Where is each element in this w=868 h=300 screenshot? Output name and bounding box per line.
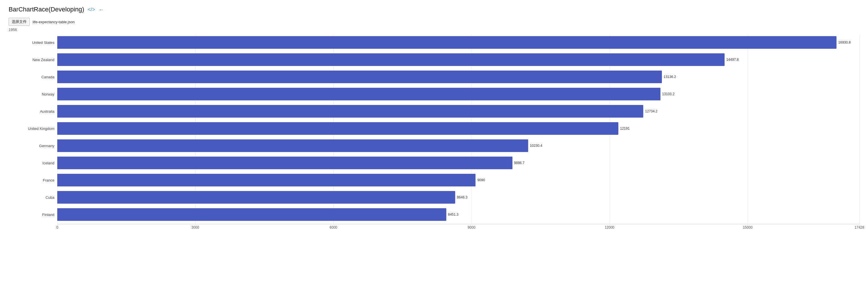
bar <box>57 71 662 83</box>
country-label: Australia <box>8 109 54 114</box>
bar-row: Germany10230.4 <box>57 138 860 154</box>
country-label: Canada <box>8 75 54 79</box>
bar <box>57 105 643 117</box>
bar-wrapper: 13136.2 <box>57 70 860 84</box>
x-tick-label: 12000 <box>605 225 614 229</box>
file-name-label: life-expectancy-table.json <box>33 20 75 24</box>
bar-row: France9090 <box>57 172 860 188</box>
bar-wrapper: 9886.7 <box>57 156 860 170</box>
back-arrow-icon[interactable]: ← <box>98 6 104 13</box>
country-label: France <box>8 178 54 183</box>
x-tick-label: 6000 <box>330 225 337 229</box>
bar-wrapper: 14497.8 <box>57 53 860 66</box>
bar-wrapper: 10230.4 <box>57 139 860 153</box>
bar-row: Canada13136.2 <box>57 69 860 85</box>
country-label: New Zealand <box>8 58 54 62</box>
bar <box>57 208 446 221</box>
country-label: Germany <box>8 144 54 148</box>
x-tick-label: 9000 <box>468 225 475 229</box>
bar-rows: United States16930.8New Zealand14497.8Ca… <box>57 35 860 222</box>
bar <box>57 122 618 135</box>
bar-row: Iceland9886.7 <box>57 155 860 171</box>
bar-value-label: 16930.8 <box>838 40 850 45</box>
bar-wrapper: 8451.3 <box>57 208 860 221</box>
bar-row: Finland8451.3 <box>57 207 860 222</box>
country-label: United States <box>8 40 54 45</box>
x-tick-label: 3000 <box>191 225 199 229</box>
bars-area: United States16930.8New Zealand14497.8Ca… <box>57 35 860 222</box>
page-title: BarChartRace(Developing) <box>8 6 84 13</box>
bar-value-label: 9090 <box>477 178 485 182</box>
country-label: Cuba <box>8 195 54 200</box>
country-label: Norway <box>8 92 54 97</box>
bar-value-label: 9886.7 <box>514 161 525 165</box>
x-tick-label: 15000 <box>743 225 752 229</box>
bar-value-label: 14497.8 <box>726 58 739 62</box>
chart-container: United States16930.8New Zealand14497.8Ca… <box>8 35 860 242</box>
country-label: Iceland <box>8 161 54 165</box>
bar-row: United States16930.8 <box>57 35 860 50</box>
bar <box>57 53 724 66</box>
bar-value-label: 8451.3 <box>448 213 459 217</box>
bar <box>57 36 837 49</box>
bar-wrapper: 16930.8 <box>57 35 860 49</box>
x-tick-label: 17428 <box>855 225 864 229</box>
bar-value-label: 12734.2 <box>645 109 657 113</box>
code-icon[interactable]: </> <box>88 7 95 12</box>
bar-value-label: 13136.2 <box>663 75 676 79</box>
bar <box>57 139 528 152</box>
bar <box>57 174 475 186</box>
bar-wrapper: 13103.2 <box>57 87 860 101</box>
bar-value-label: 10230.4 <box>530 144 542 148</box>
bar-row: Norway13103.2 <box>57 86 860 102</box>
bar-wrapper: 12191 <box>57 121 860 135</box>
bar-wrapper: 8646.3 <box>57 190 860 204</box>
bar-row: Cuba8646.3 <box>57 190 860 205</box>
bar-row: United Kingdom12191 <box>57 121 860 136</box>
bar <box>57 191 455 203</box>
bar-wrapper: 9090 <box>57 173 860 187</box>
bar-wrapper: 12734.2 <box>57 104 860 118</box>
file-section: 选择文件 life-expectancy-table.json <box>8 18 860 26</box>
year-label: 1956 <box>8 28 860 32</box>
bar-value-label: 8646.3 <box>457 195 467 199</box>
bar-row: New Zealand14497.8 <box>57 52 860 67</box>
country-label: United Kingdom <box>8 127 54 131</box>
bar-row: Australia12734.2 <box>57 104 860 119</box>
page-header: BarChartRace(Developing) </> ← <box>8 6 860 13</box>
x-axis: 0300060009000120001500017428 <box>57 224 860 231</box>
bar <box>57 88 660 100</box>
x-tick-label: 0 <box>56 225 58 229</box>
bar <box>57 157 513 169</box>
bar-value-label: 12191 <box>620 127 629 131</box>
country-label: Finland <box>8 213 54 217</box>
choose-file-button[interactable]: 选择文件 <box>8 18 30 26</box>
bar-value-label: 13103.2 <box>662 92 675 96</box>
